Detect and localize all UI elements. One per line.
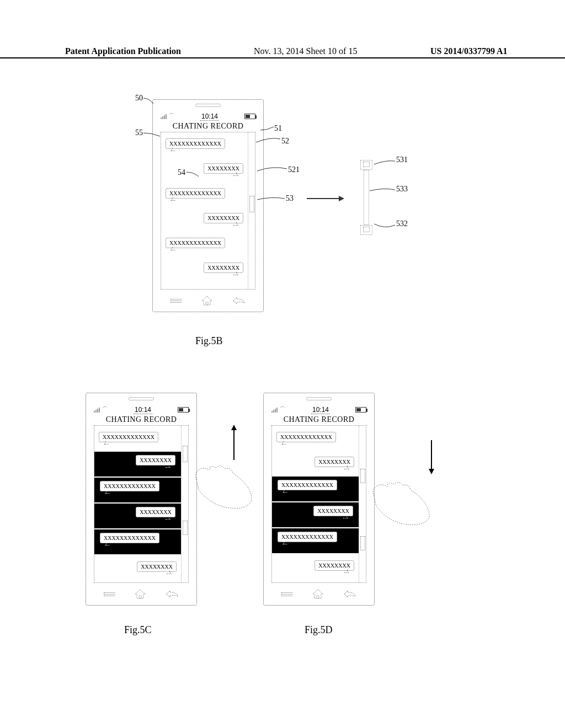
lead-line (186, 171, 200, 178)
ref-531: 531 (396, 156, 408, 164)
lead-line (143, 97, 154, 105)
scrollbar-bottom-cap (360, 225, 372, 235)
svg-rect-3 (139, 596, 141, 598)
header-left: Patent Application Publication (65, 46, 181, 56)
arrow-icon (307, 194, 345, 203)
earpiece-icon (129, 397, 154, 400)
status-time: 10:14 (200, 113, 219, 121)
battery-icon (244, 114, 255, 119)
screen-area: XXXXXXXXXXXXX XXXXXXXX XXXXXXXXXXXXX XXX… (161, 132, 255, 290)
screen-title: CHATING RECORD (92, 415, 191, 424)
gesture-arrow-up-icon (230, 425, 238, 461)
lead-line (370, 188, 396, 193)
scrollbar-thumb[interactable] (249, 196, 254, 212)
scrollbar-track[interactable] (248, 132, 255, 289)
phone-5b: 10:14 CHATING RECORD XXXXXXXXXXXXX XXXXX… (152, 99, 264, 312)
signal-icon (161, 114, 167, 119)
scrollbar-rod (364, 170, 369, 225)
page-header: Patent Application Publication Nov. 13, … (0, 46, 565, 58)
chat-bubble-left: XXXXXXXXXXXXX (100, 481, 159, 491)
status-time: 10:14 (134, 406, 152, 414)
svg-rect-0 (206, 302, 208, 305)
earpiece-icon (195, 104, 221, 107)
selected-row: XXXXXXXXXXXXX (272, 477, 359, 501)
chat-bubble-right: XXXXXXXX (137, 561, 177, 572)
chat-bubble-right: XXXXXXXX (315, 560, 354, 571)
lead-line (257, 196, 286, 202)
signal-icon (271, 408, 278, 413)
selected-row: XXXXXXXXXXXXX (94, 529, 181, 554)
chat-bubble-left: XXXXXXXXXXXXX (276, 432, 336, 442)
back-icon[interactable] (232, 297, 246, 304)
figure-caption-5c: Fig.5C (124, 624, 152, 636)
menu-icon[interactable] (170, 299, 182, 303)
content-region[interactable]: XXXXXXXXXXXXX XXXXXXXX XXXXXXXXXXXXX XXX… (272, 426, 359, 582)
back-icon[interactable] (166, 590, 179, 598)
scrollbar-thumb-lower[interactable] (183, 521, 188, 535)
chat-bubble-right: XXXXXXXX (313, 506, 353, 516)
chat-bubble-left: XXXXXXXXXXXXX (100, 533, 159, 543)
header-mid: Nov. 13, 2014 Sheet 10 of 15 (254, 46, 357, 56)
earpiece-icon (306, 397, 332, 400)
selected-row: XXXXXXXXXXXXX (94, 478, 181, 502)
menu-icon[interactable] (281, 592, 292, 596)
menu-icon[interactable] (104, 592, 115, 596)
lead-line (260, 126, 275, 131)
scrollbar-track[interactable] (359, 426, 366, 582)
scrollbar-track[interactable] (182, 426, 188, 582)
ref-54: 54 (178, 168, 185, 177)
nav-bar (161, 293, 255, 308)
status-bar: 10:14 (92, 405, 191, 414)
phone-5c: 10:14 CHATING RECORD XXXXXXXXXXXXX XXXXX… (86, 393, 197, 606)
status-bar: 10:14 (158, 112, 258, 121)
wifi-icon (168, 113, 175, 120)
ref-532: 532 (396, 220, 408, 228)
lead-line (374, 160, 396, 165)
chat-bubble-left: XXXXXXXXXXXXX (278, 532, 337, 542)
wifi-icon (102, 406, 108, 413)
screen-area: XXXXXXXXXXXXX XXXXXXXX XXXXXXXXXXXXX XXX… (271, 425, 366, 583)
ref-521: 521 (288, 165, 300, 174)
hand-icon (193, 462, 254, 512)
scrollbar-top-cap (360, 160, 372, 170)
selected-row: XXXXXXXX (272, 502, 359, 527)
ref-55: 55 (135, 129, 143, 137)
screen-area: XXXXXXXXXXXXX XXXXXXXX XXXXXXXXXXXXX XXX… (94, 425, 189, 583)
svg-marker-8 (429, 469, 434, 474)
content-region[interactable]: XXXXXXXXXXXXX XXXXXXXX XXXXXXXXXXXXX XXX… (94, 426, 182, 582)
lead-line (143, 132, 161, 137)
chat-bubble-right: XXXXXXXX (136, 455, 175, 465)
nav-bar (271, 586, 366, 602)
ref-533: 533 (396, 185, 408, 194)
battery-icon (178, 407, 189, 413)
svg-marker-2 (339, 196, 344, 201)
selected-row: XXXXXXXXXXXXX (272, 528, 359, 553)
back-icon[interactable] (343, 590, 356, 598)
selected-row: XXXXXXXX (94, 452, 181, 477)
screen-title: CHATING RECORD (269, 415, 369, 424)
lead-line (256, 137, 281, 143)
header-right: US 2014/0337799 A1 (430, 46, 508, 56)
screen-title: CHATING RECORD (158, 122, 258, 131)
chat-bubble-right: XXXXXXXX (204, 213, 243, 223)
lead-line (374, 223, 396, 229)
content-region[interactable]: XXXXXXXXXXXXX XXXXXXXX XXXXXXXXXXXXX XXX… (161, 132, 248, 289)
wifi-icon (279, 406, 286, 413)
home-icon[interactable] (312, 589, 323, 599)
scrollbar-detail (359, 160, 374, 235)
home-icon[interactable] (201, 296, 212, 306)
ref-53: 53 (286, 194, 294, 203)
scrollbar-thumb-lower[interactable] (360, 536, 365, 550)
chat-bubble-right: XXXXXXXX (204, 163, 243, 174)
chat-bubble-left: XXXXXXXXXXXXX (278, 480, 337, 490)
home-icon[interactable] (135, 589, 146, 599)
scrollbar-thumb-upper[interactable] (183, 446, 188, 462)
figure-caption-5d: Fig.5D (305, 624, 333, 636)
gesture-arrow-down-icon (427, 439, 436, 475)
chat-bubble-right: XXXXXXXX (136, 507, 175, 517)
chat-bubble-right: XXXXXXXX (315, 457, 354, 467)
scrollbar-thumb-upper[interactable] (360, 469, 365, 483)
figure-caption-5b: Fig.5B (195, 335, 223, 347)
chat-bubble-right: XXXXXXXX (204, 263, 243, 273)
status-bar: 10:14 (269, 405, 369, 414)
